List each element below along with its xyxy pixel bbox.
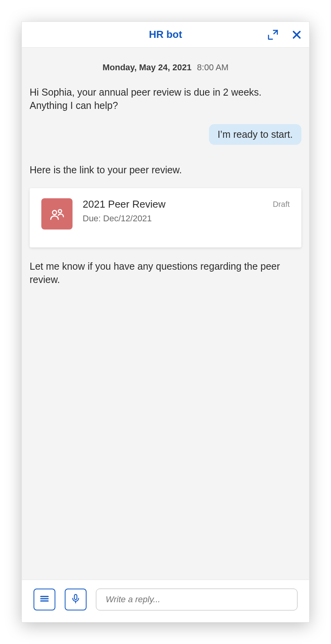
svg-point-4	[58, 210, 62, 213]
microphone-icon	[71, 594, 81, 605]
close-icon[interactable]	[291, 29, 302, 40]
menu-icon	[39, 593, 50, 606]
chat-title: HR bot	[149, 28, 182, 41]
chat-window: HR bot Mo	[21, 21, 310, 623]
peer-review-card[interactable]: 2021 Peer Review Draft Due: Dec/12/2021	[30, 188, 301, 247]
bot-message-intro: Hi Sophia, your annual peer review is du…	[30, 86, 301, 112]
timestamp-time: 8:00 AM	[197, 62, 228, 72]
header-actions	[267, 29, 302, 41]
timestamp-date: Monday, May 24, 2021	[103, 62, 191, 72]
people-icon	[41, 198, 73, 229]
user-message-row: I’m ready to start.	[30, 124, 301, 145]
user-message-bubble: I’m ready to start.	[209, 124, 301, 145]
reply-input[interactable]	[96, 589, 297, 610]
device-frame: HR bot Mo	[0, 0, 331, 644]
card-status: Draft	[273, 200, 290, 209]
card-title-row: 2021 Peer Review Draft	[83, 198, 290, 210]
microphone-button[interactable]	[65, 589, 87, 610]
menu-button[interactable]	[34, 589, 55, 610]
expand-icon[interactable]	[267, 29, 279, 41]
card-due-date: Due: Dec/12/2021	[83, 213, 290, 224]
card-title: 2021 Peer Review	[83, 198, 165, 210]
card-body: 2021 Peer Review Draft Due: Dec/12/2021	[83, 198, 290, 224]
chat-body: Monday, May 24, 2021 8:00 AM Hi Sophia, …	[22, 48, 309, 580]
svg-rect-8	[74, 594, 77, 600]
chat-footer	[22, 580, 309, 622]
svg-point-3	[53, 211, 57, 215]
timestamp-row: Monday, May 24, 2021 8:00 AM	[30, 62, 301, 73]
bot-message-followup: Let me know if you have any questions re…	[30, 260, 301, 286]
chat-header: HR bot	[22, 22, 309, 48]
bot-message-link-intro: Here is the link to your peer review.	[30, 164, 301, 177]
